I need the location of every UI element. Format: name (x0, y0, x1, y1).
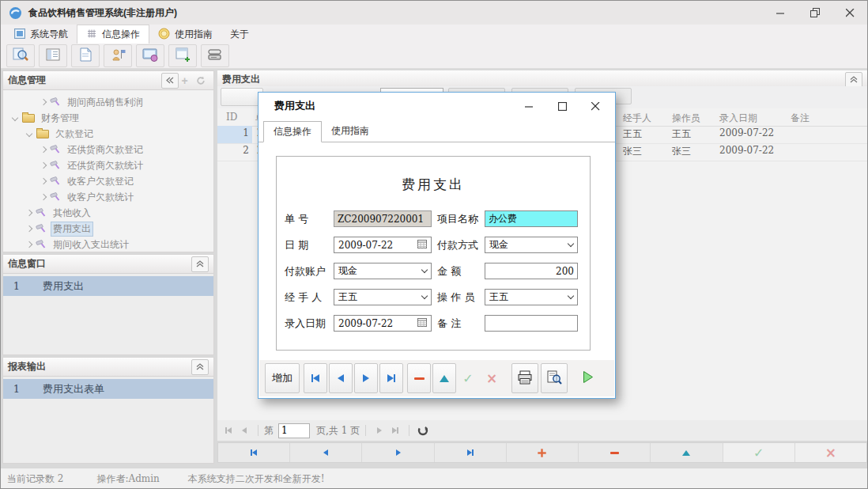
window-title: 食品饮料销售管理系统(非注册用户) (28, 6, 177, 20)
info-tree: 期间商品销售利润 财务管理 欠款登记 还供货商欠款登记 还供货商欠款统计 收客户… (3, 90, 213, 252)
close-button[interactable] (832, 2, 867, 25)
folder-icon (22, 114, 35, 123)
col-entry-date[interactable]: 录入日期 (716, 110, 787, 126)
tree-item[interactable]: 欠款登记 (3, 126, 213, 142)
date-field[interactable]: 2009-07-22 (334, 237, 432, 253)
page-next-button[interactable] (372, 423, 387, 438)
delete-record-button[interactable] (407, 363, 431, 393)
record-nav-bar: ✓ × (217, 442, 867, 463)
minimize-button[interactable] (763, 2, 798, 25)
info-window-item[interactable]: 1 费用支出 (3, 276, 213, 296)
first-record-button[interactable] (304, 363, 327, 393)
page-last-button[interactable] (387, 423, 403, 438)
nav-post-button[interactable]: ✓ (723, 443, 795, 462)
report-output-item[interactable]: 1 费用支出表单 (3, 379, 213, 399)
tool-icon (36, 222, 47, 236)
print-button[interactable] (511, 363, 538, 393)
tab-info-operation[interactable]: 信息操作 (77, 25, 149, 44)
page-prefix-label: 第 (264, 424, 274, 438)
dialog-close-button[interactable] (582, 97, 609, 116)
print-preview-button[interactable] (541, 363, 568, 393)
cell-operator: 王五 (669, 126, 716, 143)
remark-field[interactable] (485, 315, 578, 332)
tab-about[interactable]: 关于 (221, 25, 258, 44)
collapse-left-icon[interactable] (161, 73, 179, 89)
tree-item[interactable]: 期间商品销售利润 (3, 94, 213, 110)
collapse-up-icon[interactable] (845, 72, 862, 88)
cancel-record-button[interactable]: × (480, 363, 504, 393)
tab-system-nav[interactable]: 系统导航 (6, 25, 77, 44)
calendar-icon[interactable] (417, 317, 427, 329)
next-record-button[interactable] (354, 363, 378, 393)
operator-label: 操 作 员 (437, 290, 485, 305)
dialog-maximize-button[interactable] (549, 97, 576, 116)
handler-select[interactable]: 王五 (334, 289, 432, 305)
monitor-button[interactable] (136, 44, 164, 67)
post-record-button[interactable]: ✓ (456, 363, 480, 393)
nav-cancel-button[interactable]: × (795, 443, 866, 462)
pay-method-select[interactable]: 现金 (485, 237, 578, 253)
run-report-button[interactable] (574, 363, 601, 393)
panel-title: 信息管理 (8, 74, 159, 87)
nav-prev-button[interactable] (290, 443, 362, 462)
print-preview-icon (546, 370, 562, 387)
device-icon (206, 47, 224, 66)
device-button[interactable] (201, 44, 229, 67)
chevron-down-icon (568, 241, 574, 247)
refresh-icon[interactable] (415, 423, 431, 438)
dialog-tab-user-guide[interactable]: 使用指南 (322, 120, 379, 142)
col-operator[interactable]: 操作员 (669, 110, 716, 126)
chevron-down-icon (568, 293, 574, 299)
application-window: 食品饮料销售管理系统(非注册用户) 系统导航 信息操作 使用指南 关于 (0, 0, 868, 489)
add-panel-icon[interactable]: + (179, 74, 191, 87)
restore-button[interactable] (798, 2, 832, 25)
panel-title: 费用支出 (222, 73, 843, 86)
nav-edit-button[interactable] (651, 443, 723, 462)
entry-date-field[interactable]: 2009-07-22 (334, 315, 432, 332)
expense-dialog: 费用支出 信息操作 使用指南 费用支出 单 号 项目名称 日 期 2009-07… (258, 92, 616, 399)
page-prev-button[interactable] (236, 423, 252, 438)
col-id[interactable]: ID (217, 110, 252, 126)
col-handler[interactable]: 经手人 (620, 110, 669, 126)
refresh-panel-icon[interactable] (193, 74, 209, 88)
dialog-tab-info-operation[interactable]: 信息操作 (263, 121, 322, 142)
form-list-button[interactable] (39, 44, 67, 67)
operator-select[interactable]: 王五 (485, 289, 578, 305)
tree-item[interactable]: 收客户欠款登记 (3, 173, 213, 189)
grid-toolbar-button[interactable] (221, 88, 263, 106)
nav-next-button[interactable] (362, 443, 434, 462)
main-toolbar (1, 44, 867, 69)
nav-first-button[interactable] (218, 443, 290, 462)
page-number-input[interactable] (278, 423, 310, 438)
edit-record-button[interactable] (432, 363, 456, 393)
tree-item-selected[interactable]: 费用支出 (3, 221, 213, 237)
calendar-icon[interactable] (417, 239, 427, 251)
document-button[interactable] (71, 44, 100, 67)
collapse-up-icon[interactable] (191, 359, 209, 375)
pay-account-select[interactable]: 现金 (334, 263, 432, 279)
tree-item[interactable]: 期间收入支出统计 (3, 237, 213, 252)
tab-user-guide[interactable]: 使用指南 (149, 25, 221, 44)
last-record-button[interactable] (379, 363, 403, 393)
project-field[interactable] (485, 210, 578, 227)
tab-label: 信息操作 (102, 28, 140, 41)
play-icon (581, 370, 594, 386)
window-add-button[interactable] (168, 44, 197, 67)
col-remark[interactable]: 备注 (787, 110, 867, 126)
tree-item[interactable]: 收客户欠款统计 (3, 189, 213, 205)
collapse-up-icon[interactable] (191, 256, 209, 272)
user-button[interactable] (104, 44, 132, 67)
amount-field[interactable] (485, 263, 578, 279)
dialog-minimize-button[interactable] (515, 97, 542, 116)
nav-remove-button[interactable] (579, 443, 651, 462)
tree-item[interactable]: 财务管理 (3, 110, 213, 126)
add-button[interactable]: 增加 (265, 363, 300, 393)
tree-item[interactable]: 还供货商欠款登记 (3, 142, 213, 157)
tree-item[interactable]: 还供货商欠款统计 (3, 157, 213, 173)
tree-item[interactable]: 其他收入 (3, 205, 213, 221)
search-button[interactable] (6, 44, 35, 67)
nav-last-button[interactable] (435, 443, 507, 462)
nav-add-button[interactable] (507, 443, 579, 462)
page-first-button[interactable] (221, 423, 236, 438)
prev-record-button[interactable] (329, 363, 353, 393)
